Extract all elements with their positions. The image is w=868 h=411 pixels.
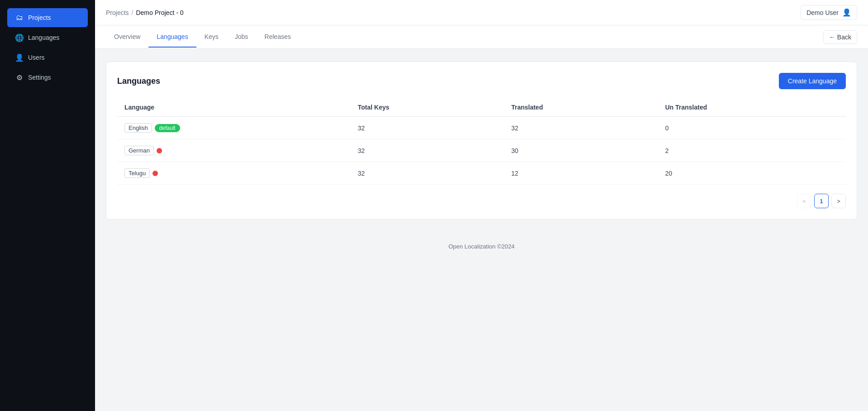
card-header: Languages Create Language — [117, 73, 846, 89]
user-menu[interactable]: Demo User 👤 — [801, 5, 857, 20]
breadcrumb-current: Demo Project - 0 — [136, 9, 183, 16]
projects-icon: 🗂 — [15, 14, 24, 22]
language-cell: Englishdefault — [117, 117, 351, 139]
users-icon: 👤 — [15, 53, 24, 62]
status-dot — [153, 171, 158, 176]
user-icon: 👤 — [842, 8, 851, 17]
page-1-button[interactable]: 1 — [814, 194, 829, 208]
col-untranslated: Un Translated — [658, 98, 846, 117]
col-translated: Translated — [504, 98, 658, 117]
tab-releases[interactable]: Releases — [256, 27, 299, 48]
topbar: Projects / Demo Project - 0 Demo User 👤 — [95, 0, 868, 25]
card-title: Languages — [117, 76, 160, 86]
total-keys-cell: 32 — [351, 162, 504, 185]
breadcrumb-parent[interactable]: Projects — [106, 9, 129, 16]
sidebar-item-label: Settings — [28, 74, 51, 81]
footer: Open Localization ©2024 — [95, 232, 868, 261]
language-name: Telugu — [124, 168, 150, 178]
table-row[interactable]: German32302 — [117, 139, 846, 162]
tab-jobs[interactable]: Jobs — [227, 27, 257, 48]
sidebar-item-label: Languages — [28, 34, 59, 41]
language-cell: Telugu — [117, 162, 351, 185]
tab-languages[interactable]: Languages — [148, 27, 196, 48]
default-badge: default — [155, 124, 180, 132]
sidebar-item-label: Projects — [28, 14, 51, 21]
languages-icon: 🌐 — [15, 33, 24, 42]
create-language-button[interactable]: Create Language — [779, 73, 846, 89]
total-keys-cell: 32 — [351, 117, 504, 139]
untranslated-cell: 0 — [658, 117, 846, 139]
col-total-keys: Total Keys — [351, 98, 504, 117]
tab-bar: Overview Languages Keys Jobs Releases ← … — [95, 25, 868, 49]
table-row[interactable]: Telugu321220 — [117, 162, 846, 185]
languages-card: Languages Create Language Language Total… — [106, 62, 857, 220]
untranslated-cell: 2 — [658, 139, 846, 162]
tab-keys[interactable]: Keys — [196, 27, 227, 48]
main-content: Projects / Demo Project - 0 Demo User 👤 … — [95, 0, 868, 411]
breadcrumb: Projects / Demo Project - 0 — [106, 9, 184, 16]
table-body: Englishdefault32320German32302Telugu3212… — [117, 117, 846, 185]
content-area: Overview Languages Keys Jobs Releases ← … — [95, 25, 868, 411]
language-name: English — [124, 123, 152, 133]
sidebar-item-label: Users — [28, 54, 45, 61]
table-header: Language Total Keys Translated Un Transl… — [117, 98, 846, 117]
sidebar-item-languages[interactable]: 🌐 Languages — [7, 28, 88, 47]
languages-table: Language Total Keys Translated Un Transl… — [117, 98, 846, 185]
total-keys-cell: 32 — [351, 139, 504, 162]
sidebar-item-settings[interactable]: ⚙ Settings — [7, 68, 88, 87]
user-name: Demo User — [806, 9, 839, 16]
next-page-button[interactable]: > — [831, 194, 846, 208]
sidebar-item-users[interactable]: 👤 Users — [7, 48, 88, 67]
page-body: Languages Create Language Language Total… — [95, 49, 868, 232]
sidebar-item-projects[interactable]: 🗂 Projects — [7, 8, 88, 27]
translated-cell: 12 — [504, 162, 658, 185]
translated-cell: 30 — [504, 139, 658, 162]
pagination: < 1 > — [117, 194, 846, 208]
untranslated-cell: 20 — [658, 162, 846, 185]
sidebar: 🗂 Projects 🌐 Languages 👤 Users ⚙ Setting… — [0, 0, 95, 411]
language-name: German — [124, 146, 154, 155]
language-cell: German — [117, 139, 351, 162]
table-row[interactable]: Englishdefault32320 — [117, 117, 846, 139]
settings-icon: ⚙ — [15, 73, 24, 81]
translated-cell: 32 — [504, 117, 658, 139]
breadcrumb-separator: / — [132, 9, 134, 16]
footer-text: Open Localization ©2024 — [448, 243, 515, 250]
back-button[interactable]: ← Back — [823, 30, 857, 44]
col-language: Language — [117, 98, 351, 117]
status-dot — [157, 148, 162, 153]
tab-overview[interactable]: Overview — [106, 27, 148, 48]
prev-page-button[interactable]: < — [797, 194, 811, 208]
